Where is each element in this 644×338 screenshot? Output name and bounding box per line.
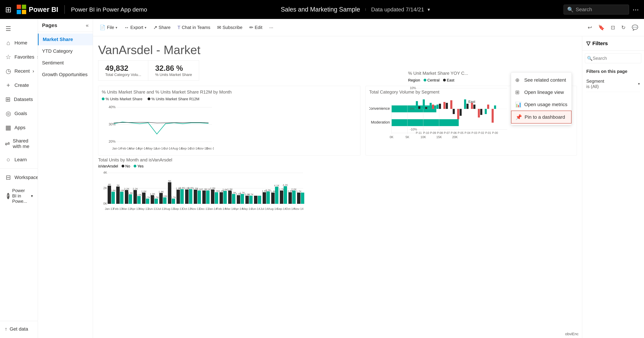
report-visual-title: VanArsdel - Market	[98, 43, 577, 57]
dropdown-item-lineage[interactable]: ⊞ Open lineage view	[511, 86, 572, 98]
view-button[interactable]: ⊡	[608, 23, 618, 32]
svg-text:1.7K: 1.7K	[240, 191, 245, 194]
bar-legend-yes: Yes	[138, 164, 144, 168]
undo-button[interactable]: ↩	[585, 23, 594, 32]
dropdown-item-see-related[interactable]: ⊕ See related content	[511, 74, 572, 86]
svg-text:10%: 10%	[410, 86, 416, 90]
ms-logo-icon	[17, 5, 26, 14]
svg-rect-107	[258, 196, 261, 204]
topbar-search-box[interactable]: 🔍 Search	[564, 5, 629, 15]
svg-rect-70	[176, 190, 180, 204]
content-area: 📄 File ▾ ↔ Export ▾ ↗ Share T Chat in Te…	[93, 19, 644, 338]
svg-text:Jan-13: Jan-13	[105, 207, 114, 210]
svg-text:0.7K: 0.7K	[145, 196, 150, 199]
export-button[interactable]: ↔ Export ▾	[121, 23, 150, 32]
svg-rect-90	[220, 192, 223, 204]
svg-text:Jun-14: Jun-14	[155, 147, 164, 150]
svg-text:Jul-13: Jul-13	[157, 207, 165, 210]
favorites-icon: ☆	[5, 53, 12, 61]
sidebar-toggle[interactable]: ☰	[0, 22, 38, 36]
dropdown-menu: ⊕ See related content ⊞ Open lineage vie…	[511, 72, 572, 125]
pages-collapse-button[interactable]: «	[86, 23, 89, 28]
subscribe-button[interactable]: ✉ Subscribe	[214, 23, 246, 32]
page-item-sentiment[interactable]: Sentiment	[38, 57, 93, 69]
svg-text:Feb-14: Feb-14	[216, 207, 226, 210]
share-button[interactable]: ↗ Share	[150, 23, 174, 32]
apps-icon: ▦	[5, 124, 12, 131]
filters-search-input[interactable]	[585, 53, 641, 63]
topbar-right: 🔍 Search ···	[564, 5, 639, 15]
svg-text:4K: 4K	[108, 183, 111, 186]
svg-rect-102	[245, 196, 249, 204]
svg-text:3K: 3K	[116, 184, 120, 187]
svg-rect-39	[112, 192, 115, 204]
get-data-button[interactable]: ↑ Get data	[0, 323, 38, 335]
more-button[interactable]: ···	[266, 23, 276, 32]
svg-rect-67	[172, 199, 175, 204]
sidebar-item-datasets[interactable]: ⊞ Datasets	[0, 92, 38, 107]
svg-text:P-00: P-00	[492, 131, 498, 134]
subscribe-label: Subscribe	[222, 25, 242, 30]
svg-text:P-04: P-04	[464, 131, 470, 134]
svg-rect-162	[436, 105, 438, 109]
sidebar-shared-label: Shared with me	[13, 138, 33, 149]
topbar-ellipsis-button[interactable]: ···	[632, 5, 639, 14]
filter-item-segment[interactable]: Segment is (All) ▾	[586, 76, 640, 92]
filters-search: 🔍	[585, 53, 641, 63]
search-icon: 🔍	[567, 7, 574, 13]
svg-text:2.8K: 2.8K	[119, 189, 124, 192]
svg-rect-59	[154, 199, 158, 204]
page-item-growth-opportunities[interactable]: Growth Opportunities	[38, 69, 93, 81]
shared-icon: ⇌	[5, 140, 10, 147]
svg-text:3.4K: 3.4K	[188, 186, 193, 189]
svg-text:Apr-13: Apr-13	[131, 207, 140, 210]
file-button[interactable]: 📄 File ▾	[96, 23, 120, 32]
svg-text:3.2K: 3.2K	[266, 189, 271, 192]
svg-text:1.0K: 1.0K	[136, 193, 142, 196]
see-related-icon: ⊕	[515, 77, 522, 83]
refresh-button[interactable]: ↻	[619, 23, 628, 32]
kpi-share-label: % Units Market Share	[155, 73, 192, 77]
sidebar-item-learn[interactable]: ○ Learn	[0, 153, 38, 167]
sidebar-item-recent[interactable]: ◷ Recent ›	[0, 64, 38, 78]
bookmark-button[interactable]: 🔖	[596, 23, 607, 32]
svg-rect-172	[471, 103, 473, 109]
filter-segment-label: Segment	[586, 79, 604, 84]
updated-text: Data updated 7/14/21	[371, 6, 424, 13]
svg-text:-10%: -10%	[410, 128, 417, 131]
page-item-market-share[interactable]: Market Share	[38, 34, 93, 45]
sidebar-item-home[interactable]: ⌂ Home	[0, 36, 38, 50]
chevron-down-icon[interactable]: ▾	[428, 7, 430, 13]
page-item-ytd-category[interactable]: YTD Category	[38, 45, 93, 57]
svg-text:P-09: P-09	[430, 131, 436, 134]
svg-rect-106	[254, 196, 258, 204]
workspaces-icon: ⊟	[5, 174, 12, 181]
file-label: File	[107, 25, 114, 30]
sidebar-item-create[interactable]: + Create	[0, 78, 38, 92]
line-chart-title: % Units Market Share and % Units Market …	[102, 89, 357, 95]
svg-text:40%: 40%	[109, 105, 116, 109]
svg-text:1.4K: 1.4K	[270, 190, 276, 193]
svg-text:1.4K: 1.4K	[158, 190, 164, 193]
sidebar-item-apps[interactable]: ▦ Apps	[0, 121, 38, 135]
sidebar-item-goals[interactable]: ◎ Goals	[0, 107, 38, 121]
svg-rect-165	[446, 103, 448, 109]
sidebar-item-shared[interactable]: ⇌ Shared with me	[0, 135, 38, 153]
sidebar-item-workspaces[interactable]: ⊟ Workspaces ›	[0, 170, 38, 184]
sidebar-item-favorites[interactable]: ☆ Favorites ›	[0, 50, 38, 64]
dropdown-item-pin[interactable]: 📌 Pin to a dashboard	[511, 111, 572, 124]
svg-text:1.7K: 1.7K	[279, 188, 284, 191]
dropdown-item-metrics[interactable]: 📊 Open usage metrics	[511, 98, 572, 111]
svg-text:1.9K: 1.9K	[231, 191, 236, 194]
svg-rect-113	[275, 187, 278, 204]
get-data-label: Get data	[10, 326, 28, 332]
sidebar-item-powerbi-workspace[interactable]: P Power BI in Powe... ▾	[0, 184, 38, 207]
kpi-volume-label: Total Category Volu...	[105, 73, 141, 77]
svg-rect-157	[418, 106, 420, 109]
edit-button[interactable]: ✏ Edit	[246, 23, 266, 32]
comment-button[interactable]: 💬	[629, 23, 640, 32]
waffle-icon[interactable]: ⊞	[5, 5, 12, 14]
chat-teams-button[interactable]: T Chat in Teams	[174, 23, 213, 32]
svg-rect-78	[194, 190, 197, 204]
edit-icon: ✏	[249, 25, 253, 30]
